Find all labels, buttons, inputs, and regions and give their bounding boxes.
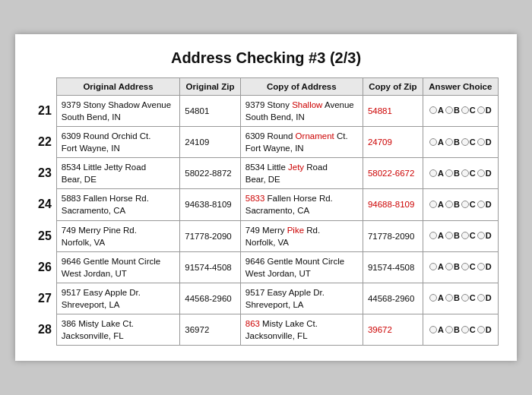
col-copy-zip: Copy of Zip: [363, 77, 423, 95]
radio-option-d[interactable]: D: [477, 325, 492, 334]
radio-label: B: [454, 106, 460, 115]
copy-zip: 39672: [363, 314, 423, 346]
radio-option-c[interactable]: C: [461, 137, 476, 147]
radio-circle: [429, 201, 437, 208]
original-zip: 24109: [180, 126, 240, 157]
radio-option-c[interactable]: C: [461, 200, 476, 209]
radio-circle: [461, 201, 469, 208]
radio-label: A: [438, 325, 444, 334]
radio-circle: [477, 232, 485, 239]
radio-label: C: [470, 262, 476, 271]
copy-zip: 91574-4508: [363, 251, 423, 283]
row-number: 21: [33, 95, 56, 126]
radio-option-b[interactable]: B: [445, 293, 460, 302]
answer-choice-cell[interactable]: ABCD: [423, 158, 498, 189]
radio-option-d[interactable]: D: [477, 231, 492, 240]
copy-address: 9517 Easy Apple Dr.Shreveport, LA: [240, 283, 363, 314]
radio-option-d[interactable]: D: [477, 106, 492, 115]
radio-option-c[interactable]: C: [461, 293, 476, 302]
original-zip: 36972: [180, 314, 240, 346]
answer-choice-cell[interactable]: ABCD: [423, 220, 498, 251]
copy-address: 9646 Gentle Mount CircleWest Jordan, UT: [240, 251, 363, 283]
page-title: Address Checking #3 (2/3): [33, 49, 499, 67]
answer-choice-cell[interactable]: ABCD: [423, 251, 498, 283]
copy-address: 8534 Little Jety RoadBear, DE: [240, 158, 363, 189]
original-zip: 94638-8109: [180, 189, 240, 220]
radio-option-a[interactable]: A: [429, 293, 444, 302]
radio-label: D: [486, 200, 492, 209]
radio-circle: [429, 138, 437, 146]
radio-label: D: [486, 293, 492, 302]
radio-option-a[interactable]: A: [429, 200, 444, 209]
radio-label: B: [454, 325, 460, 334]
radio-circle: [445, 263, 453, 270]
radio-option-b[interactable]: B: [445, 231, 460, 240]
copy-address: 749 Merry Pike Rd.Norfolk, VA: [240, 220, 363, 251]
radio-circle: [477, 263, 485, 270]
radio-circle: [445, 138, 453, 146]
radio-option-d[interactable]: D: [477, 293, 492, 302]
radio-option-a[interactable]: A: [429, 169, 444, 178]
radio-circle: [461, 106, 469, 114]
answer-choice-cell[interactable]: ABCD: [423, 314, 498, 346]
radio-circle: [461, 232, 469, 239]
radio-option-c[interactable]: C: [461, 169, 476, 178]
radio-label: A: [438, 262, 444, 271]
row-number: 27: [33, 283, 56, 314]
radio-option-d[interactable]: D: [477, 169, 492, 178]
copy-zip: 58022-6672: [363, 158, 423, 189]
radio-label: C: [470, 200, 476, 209]
radio-option-a[interactable]: A: [429, 106, 444, 115]
radio-option-d[interactable]: D: [477, 137, 492, 147]
answer-choice-cell[interactable]: ABCD: [423, 95, 498, 126]
radio-option-c[interactable]: C: [461, 325, 476, 334]
radio-option-a[interactable]: A: [429, 137, 444, 147]
copy-zip: 71778-2090: [363, 220, 423, 251]
radio-option-c[interactable]: C: [461, 262, 476, 271]
copy-address: 6309 Round Ornament Ct.Fort Wayne, IN: [240, 126, 363, 157]
radio-option-b[interactable]: B: [445, 106, 460, 115]
radio-label: A: [438, 200, 444, 209]
row-number: 26: [33, 251, 56, 283]
radio-circle: [461, 326, 469, 333]
radio-label: C: [470, 231, 476, 240]
radio-option-b[interactable]: B: [445, 200, 460, 209]
radio-circle: [445, 326, 453, 333]
radio-label: C: [470, 169, 476, 178]
radio-label: B: [454, 200, 460, 209]
answer-choice-cell[interactable]: ABCD: [423, 283, 498, 314]
radio-option-c[interactable]: C: [461, 106, 476, 115]
radio-option-c[interactable]: C: [461, 231, 476, 240]
radio-option-d[interactable]: D: [477, 262, 492, 271]
answer-choice-cell[interactable]: ABCD: [423, 189, 498, 220]
copy-address: 863 Misty Lake Ct.Jacksonville, FL: [240, 314, 363, 346]
page: Address Checking #3 (2/3) Original Addre…: [15, 34, 517, 362]
radio-option-b[interactable]: B: [445, 262, 460, 271]
radio-label: D: [486, 106, 492, 115]
radio-option-a[interactable]: A: [429, 231, 444, 240]
radio-circle: [445, 201, 453, 208]
original-address: 9379 Stony Shadow AvenueSouth Bend, IN: [56, 95, 180, 126]
original-zip: 58022-8872: [180, 158, 240, 189]
radio-label: C: [470, 293, 476, 302]
row-number: 24: [33, 189, 56, 220]
radio-label: C: [470, 325, 476, 334]
radio-circle: [429, 106, 437, 114]
radio-circle: [477, 138, 485, 146]
original-zip: 71778-2090: [180, 220, 240, 251]
answer-choice-cell[interactable]: ABCD: [423, 126, 498, 157]
radio-circle: [477, 106, 485, 114]
radio-option-d[interactable]: D: [477, 200, 492, 209]
radio-option-b[interactable]: B: [445, 169, 460, 178]
radio-option-b[interactable]: B: [445, 137, 460, 147]
radio-option-a[interactable]: A: [429, 325, 444, 334]
radio-label: B: [454, 293, 460, 302]
radio-option-b[interactable]: B: [445, 325, 460, 334]
original-zip: 44568-2960: [180, 283, 240, 314]
copy-zip: 94688-8109: [363, 189, 423, 220]
radio-option-a[interactable]: A: [429, 262, 444, 271]
original-address: 6309 Round Orchid Ct.Fort Wayne, IN: [56, 126, 180, 157]
col-answer: Answer Choice: [423, 77, 498, 95]
radio-label: B: [454, 169, 460, 178]
radio-circle: [445, 294, 453, 302]
